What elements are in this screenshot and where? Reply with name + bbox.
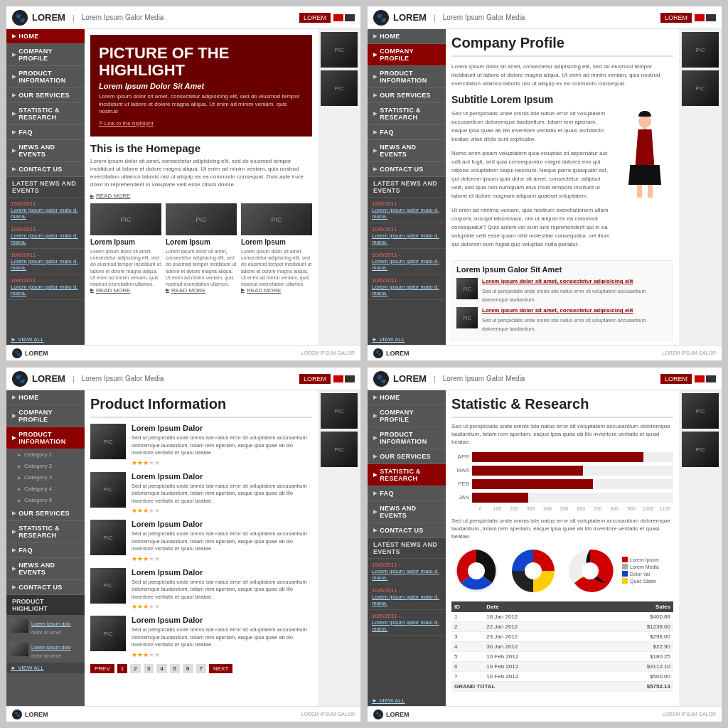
sidebar-item-contact[interactable]: CONTACT US — [6, 162, 85, 177]
news-link-2[interactable]: Lorem ipsum galor malo d. mana. — [11, 232, 78, 245]
table-row: 1 18 Jan 2012 $400.88 — [451, 612, 673, 622]
sidebar-item-faq[interactable]: FAQ — [6, 125, 85, 140]
p2-company[interactable]: COMPANY PROFILE — [368, 44, 446, 66]
read-more-3[interactable]: READ MORE — [241, 287, 312, 294]
p4-home[interactable]: HOME — [368, 390, 446, 405]
p2-faq[interactable]: FAQ — [368, 125, 446, 140]
read-more-link[interactable]: READ MORE — [90, 193, 312, 199]
p3-faq[interactable]: FAQ — [6, 543, 85, 558]
p4-contact[interactable]: CONTACT US — [368, 523, 446, 538]
cp-figure — [616, 109, 673, 255]
p2-news-link-3[interactable]: Lorem ipsum galor malo d. mana. — [372, 258, 439, 271]
page-6[interactable]: 6 — [183, 664, 193, 673]
p2-statistic[interactable]: STATISTIC & RESEARCH — [368, 103, 446, 125]
p2-news-3: 10/6/2011 - Lorem ipsum galor malo d. ma… — [368, 249, 446, 274]
news-item-2: 10/6/2011 - Lorem ipsum galor malo d. ma… — [6, 223, 85, 249]
p4-news-link-1[interactable]: Lorem ipsum galor malo d. mana. — [372, 568, 439, 581]
pie-chart-1 — [451, 546, 501, 596]
hero-text: Lorem ipsum dolor sit amet, consectetur … — [99, 93, 304, 115]
cp-link-1[interactable]: Lorem ipsum dolor sit amet, consectetur … — [482, 278, 668, 284]
footer-logo-text-2: LOREM — [386, 350, 410, 357]
stars-4: ★★★★★ — [132, 603, 312, 610]
read-more-1[interactable]: READ MORE — [90, 287, 161, 294]
p4-services[interactable]: OUR SERVICES — [368, 449, 446, 464]
pi-item-5: PIC Lorem Ipsum Dalor Sed ut perspiciati… — [90, 616, 312, 658]
hero-link[interactable]: » Link to the highlight — [99, 119, 304, 127]
p3-cat1[interactable]: Category 1 — [6, 449, 85, 461]
grand-total-row: GRAND TOTAL $5752.13 — [451, 682, 673, 692]
sidebar-item-company[interactable]: COMPANY PROFILE — [6, 44, 85, 66]
news-link-1[interactable]: Lorem ipsum galor malo d. mana. — [11, 207, 78, 220]
p4-faq[interactable]: FAQ — [368, 486, 446, 501]
page-5[interactable]: 5 — [170, 664, 180, 673]
sidebar-viewall[interactable]: ► VIEW ALL — [6, 334, 85, 345]
p4-product[interactable]: PRODUCT INFORMATION — [368, 427, 446, 449]
pi-item-text-1: Sed ut perspiciatis unde omnis iste natu… — [132, 434, 312, 457]
header-btn-2[interactable]: LOREM — [660, 13, 692, 23]
th-sales: Sales — [590, 601, 673, 612]
page-2[interactable]: 2 — [130, 664, 140, 673]
p2-viewall[interactable]: ► VIEW ALL — [368, 334, 446, 345]
sidebar-item-home[interactable]: HOME — [6, 29, 85, 44]
p2-news[interactable]: NEWS AND EVENTS — [368, 140, 446, 162]
p3-cat5[interactable]: Category 5 — [6, 495, 85, 506]
p4-news[interactable]: NEWS AND EVENTS — [368, 501, 446, 523]
p2-news-link-4[interactable]: Lorem ipsum galor malo d. mana. — [372, 284, 439, 296]
pie-chart-3 — [565, 546, 615, 596]
header-btn-4[interactable]: LOREM — [660, 374, 692, 384]
page-1[interactable]: 1 — [117, 664, 127, 673]
sidebar-item-services[interactable]: OUR SERVICES — [6, 88, 85, 103]
pi-pic-4: PIC — [90, 568, 126, 604]
page-3[interactable]: 3 — [144, 664, 154, 673]
pi-item-4: PIC Lorem Ipsum Dalor Sed ut perspiciati… — [90, 568, 312, 611]
p3-company[interactable]: COMPANY PROFILE — [6, 405, 85, 427]
p3-cat3[interactable]: Category 3 — [6, 472, 85, 483]
p3-prod-link-2a[interactable]: Lorem ipsum dolo — [31, 645, 71, 650]
news-link-3[interactable]: Lorem ipsum galor malo d. mana. — [11, 258, 78, 271]
sidebar-item-news[interactable]: NEWS AND EVENTS — [6, 140, 85, 162]
p3-services[interactable]: OUR SERVICES — [6, 506, 85, 521]
p3-statistic[interactable]: STATISTIC & RESEARCH — [6, 521, 85, 543]
next-btn[interactable]: NEXT — [209, 664, 232, 673]
p3-cat4[interactable]: Category 4 — [6, 483, 85, 495]
p2-services[interactable]: OUR SERVICES — [368, 88, 446, 103]
p3-viewall[interactable]: ► VIEW ALL — [6, 663, 85, 673]
p3-cat2[interactable]: Category 2 — [6, 461, 85, 472]
p4-news-link-3[interactable]: Lorem ipsum galor malo d. mana. — [372, 619, 439, 632]
p3-home[interactable]: HOME — [6, 390, 85, 405]
p2-news-link-2[interactable]: Lorem ipsum galor malo d. mana. — [372, 232, 439, 245]
p2-news-link-1[interactable]: Lorem ipsum galor malo d. mana. — [372, 207, 439, 220]
p3-news[interactable]: NEWS AND EVENTS — [6, 558, 85, 580]
sidebar-item-statistic[interactable]: STATISTIC & RESEARCH — [6, 103, 85, 125]
hero-title: PICTURE OF THE HIGHLIGHT — [99, 45, 304, 79]
sidebar-item-product[interactable]: PRODUCT INFORMATION — [6, 66, 85, 88]
p3-prod-link-1a[interactable]: Lorem ipsum dolo — [31, 621, 71, 626]
p4-company[interactable]: COMPANY PROFILE — [368, 405, 446, 427]
header-right: LOREM — [299, 13, 355, 23]
p3-product[interactable]: PRODUCT INFORMATION — [6, 427, 85, 449]
p3-prod-thumb-2 — [11, 642, 28, 656]
p2-product[interactable]: PRODUCT INFORMATION — [368, 66, 446, 88]
page-7[interactable]: 7 — [196, 664, 206, 673]
p4-viewall[interactable]: ► VIEW ALL — [368, 695, 446, 706]
news-link-4[interactable]: Lorem ipsum galor malo d. mana. — [11, 284, 78, 296]
p3-contact[interactable]: CONTACT US — [6, 580, 85, 595]
page-4[interactable]: 4 — [156, 664, 166, 673]
p4-statistic[interactable]: STATISTIC & RESEARCH — [368, 464, 446, 486]
cp-sub-text2: Nemo enim ipsam voluptatem quia voluptas… — [451, 149, 611, 200]
homepage-section-title: This is the Homepage — [90, 142, 312, 154]
panel2-footer: 🐾 LOREM LOREM IPSUM GALOR — [368, 345, 722, 360]
header-btn-3[interactable]: LOREM — [299, 374, 331, 384]
header-button[interactable]: LOREM — [299, 13, 331, 23]
p4-news-link-2[interactable]: Lorem ipsum galor malo d. mana. — [372, 594, 439, 606]
logo-text-4: LOREM — [393, 373, 427, 384]
bar-track-jan — [472, 493, 673, 503]
p2-home[interactable]: HOME — [368, 29, 446, 44]
p2-contact[interactable]: CONTACT US — [368, 162, 446, 177]
flag-red-3 — [333, 375, 343, 382]
prev-btn[interactable]: PREV — [90, 664, 114, 673]
footer-logo-text-1: LOREM — [25, 350, 48, 357]
cp-link-2[interactable]: Lorem ipsum dolor sit amet, consectetur … — [482, 307, 668, 314]
read-more-2[interactable]: READ MORE — [166, 287, 237, 294]
td-sales-3: $298.00 — [590, 632, 673, 642]
